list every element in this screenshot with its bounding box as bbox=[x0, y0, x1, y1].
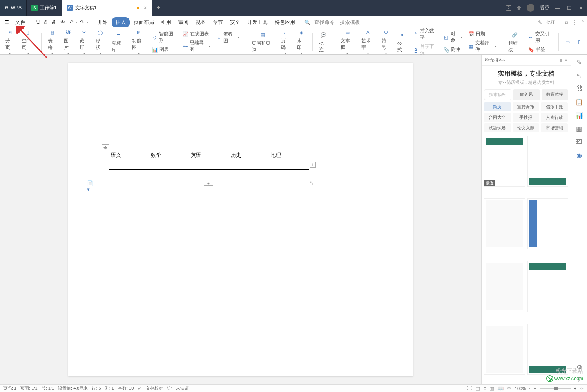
screenshot-button[interactable]: ✂截屏▾ bbox=[77, 27, 91, 56]
hamburger-menu-button[interactable]: ☰ bbox=[2, 18, 11, 27]
image-tool-icon[interactable]: 🖼 bbox=[575, 138, 583, 146]
category-hr[interactable]: 人资行政 bbox=[541, 113, 568, 122]
add-column-button[interactable]: + bbox=[310, 162, 316, 168]
online-chart-button[interactable]: 📈在线图表 bbox=[181, 30, 212, 38]
document-area[interactable]: ✥ 语文 数学 英语 历史 地理 + + ⤡ 📄▾ bbox=[0, 55, 481, 384]
menu-review[interactable]: 审阅 bbox=[175, 16, 192, 28]
fit-page-icon[interactable]: ⊹ bbox=[580, 385, 584, 391]
cross-ref-button[interactable]: ↔交叉引用 bbox=[526, 30, 554, 45]
tab-workbook[interactable]: S 工作簿1 bbox=[27, 0, 62, 16]
sb-uncert[interactable]: 未认证 bbox=[176, 385, 189, 391]
doc-parts-button[interactable]: ▦文档部件▾ bbox=[466, 39, 498, 54]
template-tool-icon[interactable]: ◉ bbox=[575, 151, 583, 159]
grid-icon[interactable]: 2 bbox=[506, 5, 511, 11]
table-move-handle[interactable]: ✥ bbox=[102, 144, 109, 151]
tab-business[interactable]: 商务风 bbox=[513, 89, 540, 100]
table-cell[interactable]: 数学 bbox=[149, 151, 189, 160]
hyperlink-button[interactable]: 🔗超链接 bbox=[506, 30, 524, 54]
table-button[interactable]: ▦表格▾ bbox=[45, 27, 59, 56]
view-print-layout-icon[interactable]: ▤ bbox=[475, 385, 480, 391]
menu-references[interactable]: 引用 bbox=[158, 16, 174, 28]
sidepanel-settings-icon[interactable]: ≡ bbox=[560, 58, 562, 63]
table-cell[interactable]: 历史 bbox=[229, 151, 269, 160]
text-box-button[interactable]: ▭文本框▾ bbox=[338, 27, 356, 56]
table-resize-handle-icon[interactable]: ⤡ bbox=[310, 180, 315, 186]
menu-chapter[interactable]: 章节 bbox=[210, 16, 226, 28]
template-thumbnail[interactable] bbox=[527, 136, 569, 187]
zoom-slider[interactable] bbox=[540, 388, 571, 389]
chart-button[interactable]: 📊图表 bbox=[150, 45, 178, 54]
view-read-icon[interactable]: 📖 bbox=[497, 385, 504, 391]
table-cell[interactable]: 英语 bbox=[189, 151, 229, 160]
qa-print-button[interactable]: 🖨 bbox=[50, 18, 58, 27]
zoom-out-button[interactable]: − bbox=[534, 386, 536, 391]
watermark-button[interactable]: ◈水印▾ bbox=[295, 27, 308, 56]
icon-library-button[interactable]: ☰图标库 bbox=[109, 30, 127, 54]
tab-document-active[interactable]: W 文字文稿1 × bbox=[62, 0, 152, 16]
search-commands[interactable]: 查找命令、搜索模板 bbox=[311, 16, 363, 28]
qa-undo-button[interactable]: ↶ bbox=[68, 18, 75, 27]
template-thumbnail[interactable] bbox=[527, 198, 569, 249]
menu-view[interactable]: 视图 bbox=[192, 16, 209, 28]
window-split-h-button[interactable]: ▭ bbox=[563, 38, 572, 46]
qa-customize-dropdown[interactable]: ▾ bbox=[87, 20, 88, 24]
picture-button[interactable]: 🖼图片▾ bbox=[62, 27, 75, 56]
menu-start[interactable]: 开始 bbox=[94, 16, 111, 28]
home-tab-wps[interactable]: WPS bbox=[0, 0, 27, 16]
menu-security[interactable]: 安全 bbox=[227, 16, 243, 28]
sb-chars[interactable]: 字数: 10 bbox=[118, 385, 134, 391]
template-thumbnail[interactable] bbox=[484, 198, 525, 249]
new-tab-button[interactable]: + bbox=[152, 4, 165, 11]
sb-zoom-level[interactable]: 100% bbox=[515, 386, 526, 391]
chart-tool-icon[interactable]: 📊 bbox=[575, 111, 583, 119]
fullscreen-icon[interactable]: ⛶ bbox=[467, 385, 472, 391]
category-exam[interactable]: 试题试卷 bbox=[484, 123, 511, 132]
category-resume[interactable]: 简历 bbox=[484, 102, 511, 111]
sb-section[interactable]: 节: 1/1 bbox=[42, 385, 54, 391]
share-button[interactable]: ⧉ bbox=[565, 20, 568, 25]
functional-button[interactable]: ⊞功能图▾ bbox=[130, 27, 148, 56]
template-thumbnail[interactable] bbox=[484, 261, 525, 312]
comment-button[interactable]: 💬批注 bbox=[317, 30, 330, 54]
menu-insert[interactable]: 插入 bbox=[112, 17, 130, 27]
page-number-button[interactable]: #页码▾ bbox=[279, 27, 292, 56]
clipboard-tool-icon[interactable]: 📋 bbox=[575, 98, 583, 106]
select-tool-icon[interactable]: ↖ bbox=[575, 71, 583, 79]
page-canvas[interactable] bbox=[68, 63, 413, 376]
category-marketing[interactable]: 市场营销 bbox=[541, 123, 568, 132]
view-outline-icon[interactable]: ≡ bbox=[483, 385, 486, 391]
view-focus-icon[interactable]: 👁 bbox=[507, 385, 512, 391]
menu-page-layout[interactable]: 页面布局 bbox=[130, 16, 157, 28]
document-table[interactable]: 语文 数学 英语 历史 地理 bbox=[109, 151, 309, 179]
edit-tool-icon[interactable]: ✎ bbox=[575, 58, 583, 66]
bookmark-button[interactable]: 🔖书签 bbox=[526, 45, 554, 54]
collapse-ribbon-button[interactable]: ⌃ bbox=[581, 20, 585, 25]
qa-preview-button[interactable]: 👁 bbox=[59, 18, 67, 27]
zoom-in-button[interactable]: + bbox=[574, 386, 576, 391]
category-handcopy[interactable]: 手抄报 bbox=[513, 113, 540, 122]
qa-redo-button[interactable]: ↷ bbox=[78, 18, 86, 27]
paragraph-tool-icon[interactable]: 📄▾ bbox=[87, 180, 93, 187]
window-close-button[interactable]: ✕ bbox=[579, 5, 583, 11]
more-menu-button[interactable]: ⋮ bbox=[572, 20, 577, 25]
tab-education[interactable]: 教育教学 bbox=[542, 89, 568, 100]
menu-dev-tools[interactable]: 开发工具 bbox=[244, 16, 271, 28]
sb-page[interactable]: 页面: 1/1 bbox=[20, 385, 37, 391]
sb-proof[interactable]: 文档校对 bbox=[146, 385, 163, 391]
menu-special[interactable]: 特色应用 bbox=[272, 16, 298, 28]
shapes-button[interactable]: ◯形状▾ bbox=[93, 27, 107, 56]
template-thumbnail[interactable] bbox=[527, 324, 569, 375]
page-break-button[interactable]: ⎘分页▾ bbox=[3, 27, 17, 56]
window-split-v-button[interactable]: ▯ bbox=[574, 38, 584, 46]
equation-button[interactable]: π公式 bbox=[395, 30, 409, 54]
comment-toggle[interactable]: 批注 bbox=[546, 19, 555, 25]
header-footer-button[interactable]: ▤页眉和页脚 bbox=[249, 30, 276, 54]
flowchart-button[interactable]: ⟁流程图▾ bbox=[214, 30, 241, 45]
template-thumbnail[interactable] bbox=[527, 261, 569, 312]
file-menu[interactable]: 文件 bbox=[12, 16, 29, 28]
tab-close-button[interactable]: × bbox=[144, 5, 147, 11]
view-web-icon[interactable]: ▦ bbox=[489, 385, 494, 391]
window-minimize-button[interactable]: — bbox=[555, 5, 560, 11]
insert-number-button[interactable]: ⁹插入数字 bbox=[411, 27, 439, 42]
table-cell[interactable]: 地理 bbox=[269, 151, 309, 160]
